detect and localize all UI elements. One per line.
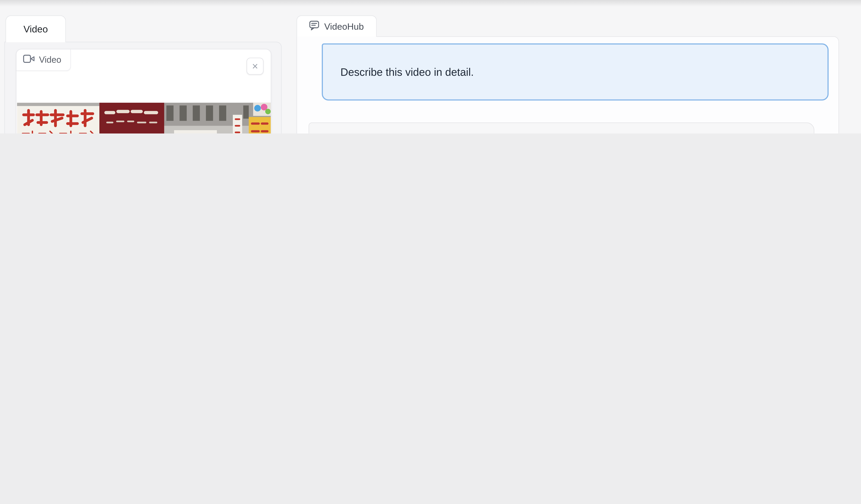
user-message-bubble: Describe this video in detail. [322, 43, 829, 100]
tab-video-label: Video [24, 24, 48, 35]
video-camera-icon [23, 54, 35, 66]
video-component-header: Video [16, 50, 71, 71]
bot-message-bubble: The video features a large, colorful tig… [309, 122, 814, 134]
video-panel: Video × [4, 42, 282, 134]
video-component-card: Video × [16, 49, 271, 134]
tab-videohub[interactable]: VideoHub [297, 15, 377, 37]
video-component-label: Video [39, 55, 61, 65]
user-message-text: Describe this video in detail. [340, 66, 474, 78]
tab-videohub-label: VideoHub [324, 21, 364, 32]
app-window: Video Video × [0, 0, 861, 134]
video-preview-frame[interactable] [17, 103, 271, 134]
screen-vignette-top [0, 0, 861, 6]
close-icon[interactable]: × [247, 58, 264, 75]
chatbot-panel: Describe this video in detail. The video… [297, 36, 839, 134]
speech-bubble-icon [310, 20, 320, 32]
tab-video[interactable]: Video [5, 15, 66, 42]
